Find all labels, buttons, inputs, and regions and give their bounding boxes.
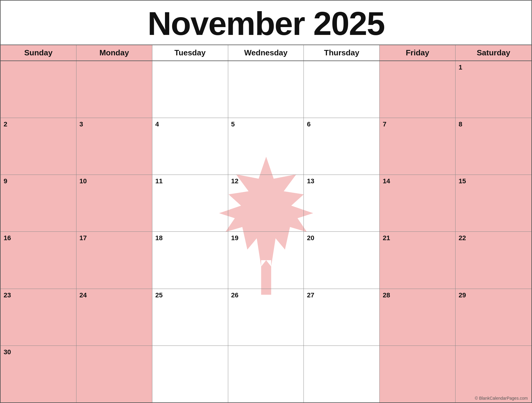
day-cell [456,346,531,402]
weeks-container: 1234567891011121314151617181920212223242… [1,61,531,403]
day-cell: 13 [304,175,380,231]
day-number: 11 [155,177,163,185]
day-cell: 22 [456,232,531,288]
day-cell: 5 [228,118,304,175]
day-cell [380,346,456,402]
day-number: 29 [459,291,466,299]
day-number: 21 [383,234,390,242]
day-cell: 9 [1,175,76,231]
day-number: 2 [4,120,7,128]
calendar-grid: SundayMondayTuesdayWednesdayThursdayFrid… [1,45,531,403]
day-cell [152,346,228,402]
calendar-header: November 2025 [1,1,531,45]
day-cell: 27 [304,289,380,346]
day-cell: 3 [76,118,152,175]
day-cell: 10 [76,175,152,231]
day-number: 4 [155,120,159,128]
day-cell: 2 [1,118,76,175]
week-row-6: 30 [1,346,531,402]
day-cell [304,61,380,118]
day-number: 17 [79,234,87,242]
day-cell [76,61,152,118]
day-number: 25 [155,291,163,299]
day-number: 13 [307,177,314,185]
day-cell: 11 [152,175,228,231]
watermark: © BlankCalendarPages.com [475,396,528,401]
day-cell: 6 [304,118,380,175]
day-cell [76,346,152,402]
day-header-saturday: Saturday [456,45,531,60]
day-cell: 28 [380,289,456,346]
day-number: 10 [79,177,87,185]
day-number: 20 [307,234,314,242]
day-cell: 16 [1,232,76,288]
day-cell: 4 [152,118,228,175]
day-cell: 17 [76,232,152,288]
day-cell: 15 [456,175,531,231]
day-header-tuesday: Tuesday [152,45,228,60]
day-header-friday: Friday [380,45,456,60]
day-cell [228,61,304,118]
day-number: 18 [155,234,163,242]
day-number: 1 [459,64,462,71]
day-cell: 24 [76,289,152,346]
day-cell: 19 [228,232,304,288]
week-row-1: 1 [1,61,531,118]
day-number: 8 [459,120,462,128]
day-cell [152,61,228,118]
day-header-wednesday: Wednesday [228,45,304,60]
day-cell [1,61,76,118]
day-number: 14 [383,177,390,185]
day-cell: 8 [456,118,531,175]
day-number: 15 [459,177,466,185]
day-cell [380,61,456,118]
day-cell: 29 [456,289,531,346]
day-number: 3 [79,120,83,128]
day-cell: 26 [228,289,304,346]
day-number: 28 [383,291,390,299]
day-number: 24 [79,291,87,299]
day-number: 22 [459,234,466,242]
week-row-5: 23242526272829 [1,289,531,346]
day-cell: 25 [152,289,228,346]
day-number: 16 [4,234,11,242]
day-number: 27 [307,291,314,299]
day-cell: 20 [304,232,380,288]
day-header-sunday: Sunday [1,45,76,60]
day-number: 5 [231,120,235,128]
day-cell: 21 [380,232,456,288]
day-header-thursday: Thursday [304,45,380,60]
day-cell: 30 [1,346,76,402]
day-number: 12 [231,177,238,185]
calendar-title: November 2025 [1,6,531,41]
week-row-4: 16171819202122 [1,232,531,289]
day-number: 9 [4,177,7,185]
day-number: 26 [231,291,238,299]
day-number: 6 [307,120,310,128]
day-cell [304,346,380,402]
day-cell: 7 [380,118,456,175]
week-row-2: 2345678 [1,118,531,175]
day-number: 7 [383,120,386,128]
calendar-container: November 2025 SundayMondayTuesdayWednesd… [0,0,532,403]
day-number: 23 [4,291,11,299]
day-cell: 23 [1,289,76,346]
day-cell [228,346,304,402]
day-cell: 14 [380,175,456,231]
week-row-3: 9101112131415 [1,175,531,232]
day-cell: 1 [456,61,531,118]
day-headers-row: SundayMondayTuesdayWednesdayThursdayFrid… [1,45,531,61]
day-number: 19 [231,234,238,242]
day-cell: 18 [152,232,228,288]
day-header-monday: Monday [76,45,152,60]
day-cell: 12 [228,175,304,231]
day-number: 30 [4,348,11,356]
